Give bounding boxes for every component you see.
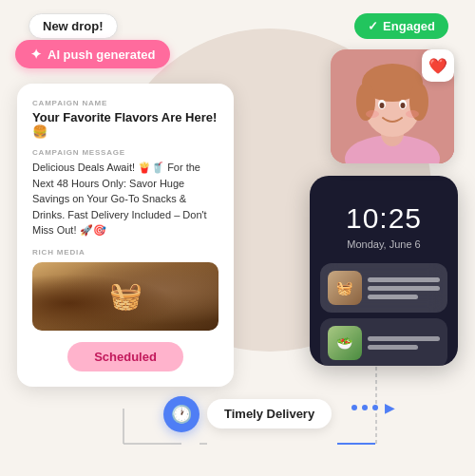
arrow-right-icon: ▶ bbox=[385, 400, 395, 415]
campaign-message-value: Delicious Deals Await! 🍟🥤 For the Next 4… bbox=[32, 160, 218, 238]
campaign-name-label: CAMPAIGN NAME bbox=[32, 99, 218, 107]
dot-1 bbox=[352, 405, 357, 410]
new-drop-badge: New drop! bbox=[28, 13, 118, 39]
timely-delivery-badge: Timely Delivery bbox=[207, 399, 332, 428]
engaged-label: Engaged bbox=[383, 19, 435, 33]
svg-point-15 bbox=[401, 103, 406, 108]
arrow-dots: ▶ bbox=[352, 400, 395, 415]
phone-time: 10:25 bbox=[346, 202, 422, 235]
dot-3 bbox=[372, 405, 378, 410]
notif-line-2 bbox=[368, 286, 440, 291]
svg-point-16 bbox=[366, 110, 379, 118]
phone-notification-1: 🧺 bbox=[320, 263, 447, 313]
svg-point-14 bbox=[380, 103, 385, 108]
notif-line-5 bbox=[368, 345, 418, 350]
ai-icon: ✦ bbox=[30, 47, 42, 62]
svg-point-17 bbox=[406, 110, 419, 118]
clock-badge: 🕐 bbox=[163, 396, 200, 432]
notif-line-1 bbox=[368, 277, 440, 282]
phone-date: Monday, June 6 bbox=[347, 238, 420, 250]
campaign-name-value: Your Favorite Flavors Are Here! 🍔 bbox=[32, 110, 218, 139]
scheduled-button[interactable]: Scheduled bbox=[67, 342, 183, 371]
notif-line-3 bbox=[368, 295, 418, 299]
rich-media-label: RICH MEDIA bbox=[32, 248, 218, 257]
check-icon: ✓ bbox=[368, 19, 378, 33]
timely-delivery-label: Timely Delivery bbox=[224, 407, 314, 421]
ai-push-badge: ✦ AI push generated bbox=[15, 40, 170, 68]
notif-line-4 bbox=[368, 336, 440, 341]
heart-badge: ❤️ bbox=[422, 49, 454, 82]
notif-thumbnail-1: 🧺 bbox=[328, 271, 362, 305]
campaign-card: CAMPAIGN NAME Your Favorite Flavors Are … bbox=[17, 84, 234, 387]
engaged-badge: ✓ Engaged bbox=[354, 13, 448, 39]
notif-text-lines-2 bbox=[368, 336, 440, 350]
food-basket-icon: 🧺 bbox=[109, 280, 142, 312]
rich-media-visual: 🧺 bbox=[32, 262, 218, 331]
phone-mockup: 10:25 Monday, June 6 🧺 🥗 bbox=[310, 176, 458, 366]
phone-notification-2: 🥗 bbox=[320, 318, 447, 366]
campaign-message-label: CAMPAIGN MESSAGE bbox=[32, 148, 218, 157]
ai-push-label: AI push generated bbox=[48, 48, 155, 62]
notif-text-lines-1 bbox=[368, 277, 440, 299]
notif-thumbnail-2: 🥗 bbox=[328, 326, 362, 360]
dot-2 bbox=[362, 405, 368, 410]
rich-media-image: 🧺 bbox=[32, 262, 218, 331]
